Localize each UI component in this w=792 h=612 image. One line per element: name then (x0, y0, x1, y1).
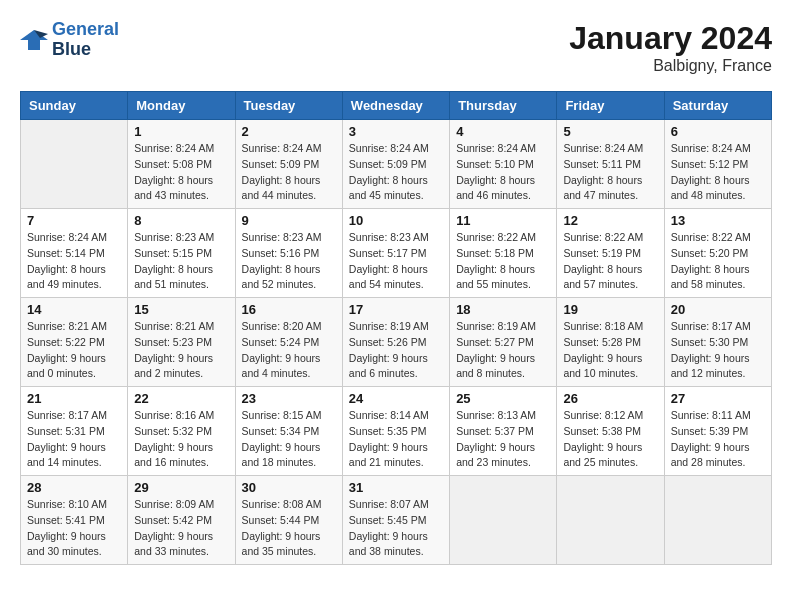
day-number: 14 (27, 302, 121, 317)
day-info: Sunrise: 8:24 AMSunset: 5:12 PMDaylight:… (671, 141, 765, 204)
calendar-cell: 31Sunrise: 8:07 AMSunset: 5:45 PMDayligh… (342, 476, 449, 565)
calendar-cell (557, 476, 664, 565)
day-info: Sunrise: 8:23 AMSunset: 5:15 PMDaylight:… (134, 230, 228, 293)
day-info: Sunrise: 8:17 AMSunset: 5:30 PMDaylight:… (671, 319, 765, 382)
day-number: 9 (242, 213, 336, 228)
day-number: 29 (134, 480, 228, 495)
day-info: Sunrise: 8:24 AMSunset: 5:14 PMDaylight:… (27, 230, 121, 293)
calendar-cell (21, 120, 128, 209)
day-number: 16 (242, 302, 336, 317)
calendar-cell: 14Sunrise: 8:21 AMSunset: 5:22 PMDayligh… (21, 298, 128, 387)
day-number: 19 (563, 302, 657, 317)
calendar-cell: 7Sunrise: 8:24 AMSunset: 5:14 PMDaylight… (21, 209, 128, 298)
day-number: 31 (349, 480, 443, 495)
day-number: 22 (134, 391, 228, 406)
day-info: Sunrise: 8:12 AMSunset: 5:38 PMDaylight:… (563, 408, 657, 471)
calendar-cell: 3Sunrise: 8:24 AMSunset: 5:09 PMDaylight… (342, 120, 449, 209)
title-block: January 2024 Balbigny, France (569, 20, 772, 75)
day-info: Sunrise: 8:22 AMSunset: 5:19 PMDaylight:… (563, 230, 657, 293)
logo: GeneralBlue (20, 20, 119, 60)
day-number: 21 (27, 391, 121, 406)
calendar-cell: 8Sunrise: 8:23 AMSunset: 5:15 PMDaylight… (128, 209, 235, 298)
day-number: 20 (671, 302, 765, 317)
day-info: Sunrise: 8:16 AMSunset: 5:32 PMDaylight:… (134, 408, 228, 471)
day-number: 28 (27, 480, 121, 495)
calendar-cell: 12Sunrise: 8:22 AMSunset: 5:19 PMDayligh… (557, 209, 664, 298)
day-number: 5 (563, 124, 657, 139)
calendar-cell: 9Sunrise: 8:23 AMSunset: 5:16 PMDaylight… (235, 209, 342, 298)
day-number: 26 (563, 391, 657, 406)
day-number: 1 (134, 124, 228, 139)
day-info: Sunrise: 8:14 AMSunset: 5:35 PMDaylight:… (349, 408, 443, 471)
header-row: SundayMondayTuesdayWednesdayThursdayFrid… (21, 92, 772, 120)
calendar-cell: 1Sunrise: 8:24 AMSunset: 5:08 PMDaylight… (128, 120, 235, 209)
week-row-4: 21Sunrise: 8:17 AMSunset: 5:31 PMDayligh… (21, 387, 772, 476)
day-number: 4 (456, 124, 550, 139)
day-number: 25 (456, 391, 550, 406)
week-row-1: 1Sunrise: 8:24 AMSunset: 5:08 PMDaylight… (21, 120, 772, 209)
column-header-sunday: Sunday (21, 92, 128, 120)
calendar-cell: 2Sunrise: 8:24 AMSunset: 5:09 PMDaylight… (235, 120, 342, 209)
location-title: Balbigny, France (569, 57, 772, 75)
calendar-cell: 18Sunrise: 8:19 AMSunset: 5:27 PMDayligh… (450, 298, 557, 387)
calendar-cell: 29Sunrise: 8:09 AMSunset: 5:42 PMDayligh… (128, 476, 235, 565)
day-info: Sunrise: 8:10 AMSunset: 5:41 PMDaylight:… (27, 497, 121, 560)
day-info: Sunrise: 8:23 AMSunset: 5:16 PMDaylight:… (242, 230, 336, 293)
column-header-tuesday: Tuesday (235, 92, 342, 120)
day-number: 17 (349, 302, 443, 317)
day-info: Sunrise: 8:22 AMSunset: 5:20 PMDaylight:… (671, 230, 765, 293)
day-info: Sunrise: 8:24 AMSunset: 5:08 PMDaylight:… (134, 141, 228, 204)
calendar-cell: 11Sunrise: 8:22 AMSunset: 5:18 PMDayligh… (450, 209, 557, 298)
day-number: 15 (134, 302, 228, 317)
calendar-cell: 27Sunrise: 8:11 AMSunset: 5:39 PMDayligh… (664, 387, 771, 476)
day-info: Sunrise: 8:18 AMSunset: 5:28 PMDaylight:… (563, 319, 657, 382)
day-number: 10 (349, 213, 443, 228)
day-info: Sunrise: 8:21 AMSunset: 5:22 PMDaylight:… (27, 319, 121, 382)
calendar-cell (450, 476, 557, 565)
day-number: 8 (134, 213, 228, 228)
week-row-5: 28Sunrise: 8:10 AMSunset: 5:41 PMDayligh… (21, 476, 772, 565)
day-number: 7 (27, 213, 121, 228)
day-number: 11 (456, 213, 550, 228)
calendar-cell: 5Sunrise: 8:24 AMSunset: 5:11 PMDaylight… (557, 120, 664, 209)
day-info: Sunrise: 8:13 AMSunset: 5:37 PMDaylight:… (456, 408, 550, 471)
calendar-cell: 30Sunrise: 8:08 AMSunset: 5:44 PMDayligh… (235, 476, 342, 565)
day-info: Sunrise: 8:24 AMSunset: 5:11 PMDaylight:… (563, 141, 657, 204)
day-info: Sunrise: 8:23 AMSunset: 5:17 PMDaylight:… (349, 230, 443, 293)
column-header-wednesday: Wednesday (342, 92, 449, 120)
calendar-cell: 26Sunrise: 8:12 AMSunset: 5:38 PMDayligh… (557, 387, 664, 476)
day-info: Sunrise: 8:22 AMSunset: 5:18 PMDaylight:… (456, 230, 550, 293)
calendar-cell: 6Sunrise: 8:24 AMSunset: 5:12 PMDaylight… (664, 120, 771, 209)
day-info: Sunrise: 8:19 AMSunset: 5:26 PMDaylight:… (349, 319, 443, 382)
calendar-cell: 28Sunrise: 8:10 AMSunset: 5:41 PMDayligh… (21, 476, 128, 565)
calendar-cell: 24Sunrise: 8:14 AMSunset: 5:35 PMDayligh… (342, 387, 449, 476)
calendar-cell: 20Sunrise: 8:17 AMSunset: 5:30 PMDayligh… (664, 298, 771, 387)
day-info: Sunrise: 8:15 AMSunset: 5:34 PMDaylight:… (242, 408, 336, 471)
week-row-3: 14Sunrise: 8:21 AMSunset: 5:22 PMDayligh… (21, 298, 772, 387)
day-number: 27 (671, 391, 765, 406)
day-number: 23 (242, 391, 336, 406)
day-info: Sunrise: 8:24 AMSunset: 5:10 PMDaylight:… (456, 141, 550, 204)
month-title: January 2024 (569, 20, 772, 57)
day-info: Sunrise: 8:11 AMSunset: 5:39 PMDaylight:… (671, 408, 765, 471)
calendar-table: SundayMondayTuesdayWednesdayThursdayFrid… (20, 91, 772, 565)
calendar-cell: 4Sunrise: 8:24 AMSunset: 5:10 PMDaylight… (450, 120, 557, 209)
logo-text: GeneralBlue (52, 20, 119, 60)
day-number: 2 (242, 124, 336, 139)
calendar-cell: 21Sunrise: 8:17 AMSunset: 5:31 PMDayligh… (21, 387, 128, 476)
day-info: Sunrise: 8:19 AMSunset: 5:27 PMDaylight:… (456, 319, 550, 382)
calendar-cell: 25Sunrise: 8:13 AMSunset: 5:37 PMDayligh… (450, 387, 557, 476)
column-header-saturday: Saturday (664, 92, 771, 120)
column-header-thursday: Thursday (450, 92, 557, 120)
day-info: Sunrise: 8:17 AMSunset: 5:31 PMDaylight:… (27, 408, 121, 471)
day-info: Sunrise: 8:07 AMSunset: 5:45 PMDaylight:… (349, 497, 443, 560)
day-info: Sunrise: 8:21 AMSunset: 5:23 PMDaylight:… (134, 319, 228, 382)
calendar-cell: 17Sunrise: 8:19 AMSunset: 5:26 PMDayligh… (342, 298, 449, 387)
day-number: 24 (349, 391, 443, 406)
day-number: 13 (671, 213, 765, 228)
logo-icon (20, 26, 48, 54)
column-header-friday: Friday (557, 92, 664, 120)
day-info: Sunrise: 8:08 AMSunset: 5:44 PMDaylight:… (242, 497, 336, 560)
calendar-cell: 16Sunrise: 8:20 AMSunset: 5:24 PMDayligh… (235, 298, 342, 387)
calendar-cell: 19Sunrise: 8:18 AMSunset: 5:28 PMDayligh… (557, 298, 664, 387)
